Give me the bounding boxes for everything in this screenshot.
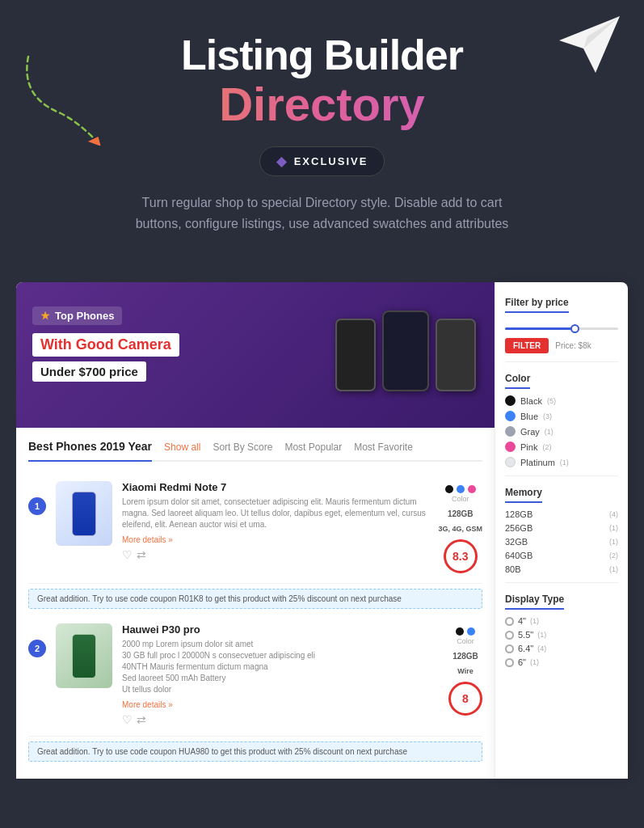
banner-headline: With Good Camera — [32, 333, 179, 357]
radio-4inch[interactable] — [505, 617, 514, 626]
wishlist-icon-2[interactable]: ♡ — [122, 713, 133, 726]
price-slider[interactable] — [505, 327, 618, 330]
color-name-gray: Gray — [520, 427, 540, 437]
product-listing: Best Phones 2019 Year Show all Sort By S… — [16, 428, 495, 779]
color-attr-1: Color — [445, 485, 476, 503]
slider-track — [505, 327, 618, 330]
product-number-2: 2 — [28, 640, 46, 657]
product-number-1: 1 — [28, 497, 46, 515]
color-option-platinum[interactable]: Platinum (1) — [505, 457, 618, 467]
display-4inch[interactable]: 4" (1) — [505, 616, 618, 626]
banner-subtitle-text: Under $700 price — [40, 365, 138, 378]
memory-128gb[interactable]: 128GB (4) — [505, 509, 618, 519]
slider-fill — [505, 327, 573, 330]
product-name-2: Hauwei P30 pro — [122, 623, 439, 636]
color-option-blue[interactable]: Blue (3) — [505, 411, 618, 421]
display-count-55: (1) — [537, 631, 546, 639]
storage-attr-2: 128GB — [452, 652, 478, 661]
filter-button[interactable]: FILTER — [505, 338, 549, 353]
color-dot-blue-2 — [467, 627, 475, 636]
color-count-blue: (3) — [543, 412, 552, 420]
radio-6inch[interactable] — [505, 658, 514, 667]
network-attr-2: Wire — [457, 667, 473, 675]
color-label-2: Color — [456, 637, 475, 645]
display-label-6: 6" — [518, 657, 526, 667]
network-value-1: 3G, 4G, GSM — [438, 525, 482, 533]
network-attr-1: 3G, 4G, GSM — [438, 525, 482, 533]
more-details-1[interactable]: More details » — [122, 535, 428, 544]
color-count-black: (5) — [547, 397, 556, 405]
display-count-4: (1) — [530, 617, 539, 625]
tab-most-favorite[interactable]: Most Favorite — [354, 441, 413, 453]
hero-title-top: Listing Builder Directory — [48, 32, 596, 130]
slider-thumb[interactable] — [570, 324, 579, 333]
tab-sort-by-score[interactable]: Sort By Score — [213, 441, 272, 453]
memory-count-640: (2) — [609, 551, 618, 560]
listing-tabs: Best Phones 2019 Year Show all Sort By S… — [28, 440, 482, 462]
exclusive-badge: ◆ EXCLUSIVE — [259, 146, 385, 176]
price-display: Price: $8k — [555, 341, 591, 350]
color-option-pink[interactable]: Pink (2) — [505, 441, 618, 452]
memory-80b[interactable]: 80B (1) — [505, 564, 618, 574]
color-swatch-pink — [505, 441, 516, 452]
divider-3 — [505, 582, 618, 583]
tab-most-popular[interactable]: Most Popular — [284, 441, 342, 453]
display-6inch[interactable]: 6" (1) — [505, 657, 618, 667]
promo-bar-1: Great addition. Try to use code coupon R… — [28, 589, 482, 609]
memory-label-128: 128GB — [505, 509, 532, 519]
color-swatch-gray — [505, 426, 516, 437]
compare-icon-1[interactable]: ⇄ — [137, 548, 146, 561]
product-image-1 — [56, 481, 112, 546]
memory-count-128: (4) — [609, 510, 618, 518]
color-name-blue: Blue — [520, 412, 538, 421]
product-attrs-1: Color 128GB 3G, 4G, GSM 8.3 — [438, 485, 482, 573]
storage-value-2: 128GB — [452, 652, 478, 661]
display-64inch[interactable]: 6.4" (4) — [505, 644, 618, 653]
memory-count-32: (1) — [609, 538, 618, 546]
product-item: 1 Xiaomi Redmi Note 7 Lorem ipsum dolor … — [28, 471, 482, 584]
memory-count-256: (1) — [609, 524, 618, 532]
product-desc-2: 2000 mp Lorem ipsum dolor sit amet 30 GB… — [122, 639, 439, 695]
product-item-2: 2 Hauwei P30 pro 2000 mp Lorem ipsum dol… — [28, 614, 482, 737]
color-swatch-black — [505, 395, 516, 406]
color-name-pink: Pink — [520, 442, 537, 452]
color-option-black[interactable]: Black (5) — [505, 395, 618, 406]
sidebar-panel: Filter by price FILTER Price: $8k Color … — [495, 282, 628, 779]
display-options: 4" (1) 5.5" (1) 6.4" (4) 6" (1) — [505, 616, 618, 667]
phone-silhouette-2 — [382, 310, 429, 391]
hero-description: Turn regular shop to special Directory s… — [128, 192, 516, 234]
purple-banner: ★ Top Phones With Good Camera Under $700… — [16, 282, 495, 428]
memory-256gb[interactable]: 256GB (1) — [505, 523, 618, 533]
product-info-1: Xiaomi Redmi Note 7 Lorem ipsum dolor si… — [122, 481, 428, 561]
memory-32gb[interactable]: 32GB (1) — [505, 537, 618, 547]
color-option-gray[interactable]: Gray (1) — [505, 426, 618, 437]
display-label-55: 5.5" — [518, 630, 533, 640]
radio-64inch[interactable] — [505, 644, 514, 653]
color-label-1: Color — [445, 495, 476, 503]
memory-640gb[interactable]: 640GB (2) — [505, 551, 618, 560]
radio-55inch[interactable] — [505, 631, 514, 640]
badge-label: EXCLUSIVE — [294, 155, 368, 167]
product-actions-2: ♡ ⇄ — [122, 713, 439, 726]
compare-icon-2[interactable]: ⇄ — [137, 713, 146, 726]
memory-section-title: Memory — [505, 487, 542, 503]
memory-label-80: 80B — [505, 564, 521, 574]
banner-tag-text: Top Phones — [55, 310, 114, 322]
display-55inch[interactable]: 5.5" (1) — [505, 630, 618, 640]
memory-label-32: 32GB — [505, 537, 528, 547]
product-attrs-2: Color 128GB Wire 8 — [448, 627, 482, 716]
banner-subtitle: Under $700 price — [32, 361, 146, 382]
memory-options: 128GB (4) 256GB (1) 32GB (1) 640GB (2) 8… — [505, 509, 618, 574]
score-circle-2: 8 — [448, 682, 482, 716]
wishlist-icon-1[interactable]: ♡ — [122, 548, 133, 561]
star-icon: ★ — [40, 310, 50, 322]
display-section-title: Display Type — [505, 594, 564, 610]
tab-show-all[interactable]: Show all — [164, 441, 200, 453]
more-details-2[interactable]: More details » — [122, 700, 439, 709]
divider-2 — [505, 475, 618, 476]
color-swatch-platinum — [505, 457, 516, 467]
display-label-64: 6.4" — [518, 644, 533, 653]
hero-section: Listing Builder Directory ◆ EXCLUSIVE Tu… — [0, 0, 644, 282]
phone-silhouette-3 — [436, 319, 476, 391]
color-dot-pink-1 — [468, 485, 476, 493]
